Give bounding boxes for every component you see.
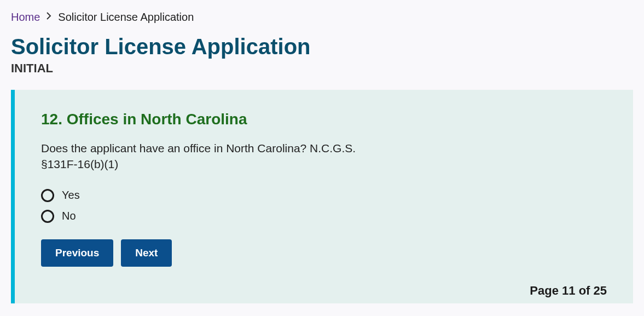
radio-option-no[interactable]: No: [41, 210, 607, 223]
previous-button[interactable]: Previous: [41, 239, 113, 267]
breadcrumb-home-link[interactable]: Home: [11, 11, 40, 24]
radio-label: Yes: [62, 189, 80, 202]
next-button[interactable]: Next: [121, 239, 172, 267]
page-title: Solicitor License Application: [11, 35, 633, 59]
radio-circle-icon: [41, 189, 54, 202]
radio-option-yes[interactable]: Yes: [41, 189, 607, 202]
breadcrumb: Home Solicitor License Application: [11, 11, 633, 24]
radio-circle-icon: [41, 210, 54, 223]
breadcrumb-current: Solicitor License Application: [58, 11, 194, 24]
form-panel: 12. Offices in North Carolina Does the a…: [11, 90, 633, 303]
question-text: Does the applicant have an office in Nor…: [41, 140, 380, 173]
radio-group: Yes No: [41, 189, 607, 223]
radio-label: No: [62, 210, 76, 222]
chevron-right-icon: [47, 12, 51, 22]
button-row: Previous Next: [41, 239, 607, 267]
page-subtitle: INITIAL: [11, 61, 633, 76]
page-indicator: Page 11 of 25: [530, 284, 607, 298]
section-heading: 12. Offices in North Carolina: [41, 111, 607, 128]
